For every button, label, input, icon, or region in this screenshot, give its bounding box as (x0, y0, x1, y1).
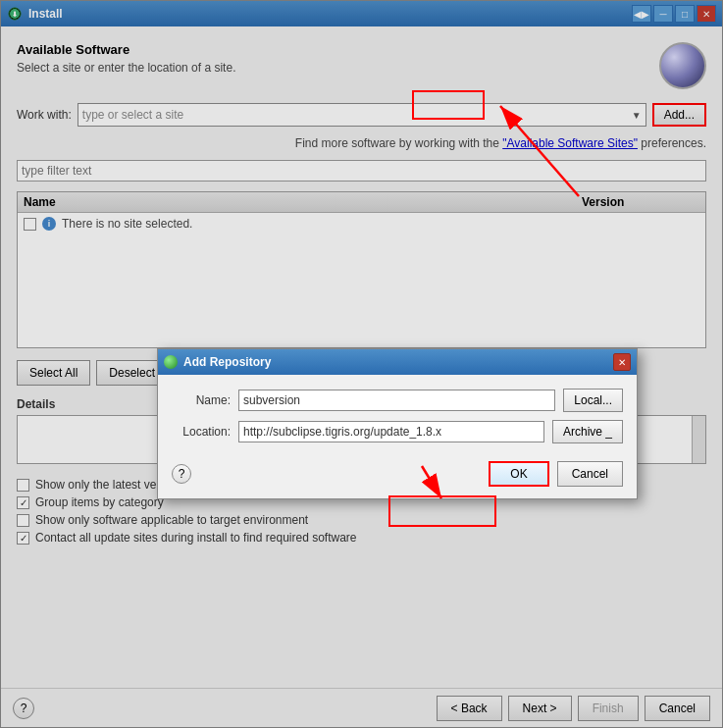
name-row: Name: Local... (172, 389, 623, 412)
archive-button[interactable]: Archive _ (552, 420, 623, 443)
name-label: Name: (172, 393, 231, 407)
location-input[interactable] (238, 421, 544, 442)
ok-button[interactable]: OK (489, 461, 548, 487)
dialog-cancel-button[interactable]: Cancel (557, 461, 623, 487)
dialog-close-button[interactable]: ✕ (613, 353, 631, 371)
dialog-content: Name: Local... Location: Archive _ (158, 375, 637, 453)
dialog-icon (164, 355, 178, 369)
name-input[interactable] (238, 390, 555, 411)
local-button[interactable]: Local... (563, 389, 623, 412)
location-label: Location: (172, 425, 231, 439)
dialog-title: Add Repository (183, 355, 613, 369)
dialog-footer: ? OK Cancel (158, 453, 637, 498)
add-repository-dialog: Add Repository ✕ Name: Local... Location… (157, 348, 638, 499)
location-row: Location: Archive _ (172, 420, 623, 443)
dialog-help-button[interactable]: ? (172, 464, 191, 484)
dialog-title-bar: Add Repository ✕ (158, 349, 637, 375)
